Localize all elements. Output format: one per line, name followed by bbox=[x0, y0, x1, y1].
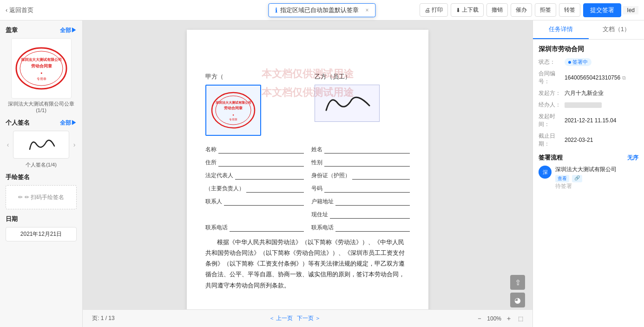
field-rep-line bbox=[235, 171, 304, 180]
operator-masked bbox=[565, 102, 602, 108]
sig-label: 个人签名(1/4) bbox=[0, 160, 82, 171]
download-icon: ⬇ bbox=[456, 7, 460, 13]
field-phone-left: 联系电话 bbox=[205, 223, 304, 232]
copy-icon[interactable]: ⧉ bbox=[622, 75, 626, 81]
scroll-top-button[interactable]: ⇧ bbox=[510, 275, 525, 290]
party-b-sig-svg bbox=[319, 89, 375, 117]
sig-flow-item: 深 深圳法大大测试有限公司 查看 🔗 待签署 bbox=[539, 166, 638, 190]
remind-button[interactable]: 催办 bbox=[511, 3, 532, 17]
personal-sig-all-link[interactable]: 全部▶ bbox=[60, 119, 77, 127]
field-gender: 性别 bbox=[311, 158, 410, 167]
zoom-in-button[interactable]: ＋ bbox=[504, 314, 513, 323]
detail-row-status: 状态： 签署中 bbox=[539, 58, 638, 66]
svg-text:●: ● bbox=[40, 71, 42, 74]
right-collapse-button[interactable]: › bbox=[532, 166, 533, 182]
party-a-stamp-box[interactable]: 深圳法大大测试有限公司 劳动合同章 ● 专用章 bbox=[205, 85, 261, 136]
sig-flow-link-tag[interactable]: 🔗 bbox=[572, 175, 582, 182]
party-a: 甲方（ 深圳法大大测试有限公司 劳动合同章 ● 专用章 bbox=[205, 73, 301, 136]
field-rep: 法定代表人 bbox=[205, 171, 304, 180]
detail-row-deadline: 截止日期： 2022-03-21 bbox=[539, 132, 638, 148]
party-a-label: 甲方（ bbox=[205, 73, 301, 81]
party-b-sig-box[interactable] bbox=[315, 85, 380, 122]
field-idno-line bbox=[324, 184, 410, 193]
svg-text:专用章: 专用章 bbox=[36, 77, 46, 81]
handwrite-section: ✏ ✏ 扫码手绘签名 bbox=[0, 183, 82, 213]
form-col-empty bbox=[205, 210, 304, 219]
form-col-gender-right: 性别 bbox=[311, 158, 410, 167]
svg-text:劳动合同章: 劳动合同章 bbox=[31, 63, 52, 68]
form-row-6: 现住址 bbox=[205, 210, 410, 219]
field-huji-line bbox=[335, 197, 410, 206]
stamp-image-wrap[interactable]: 深圳法大大测试有限公司 劳动合同章 ● 专用章 bbox=[11, 38, 72, 99]
form-col-phone-right: 联系电话 bbox=[311, 223, 410, 232]
signature-flow-section: 签署流程 无序 深 深圳法大大测试有限公司 查看 🔗 待签署 bbox=[539, 153, 638, 190]
revoke-button[interactable]: 撤销 bbox=[486, 3, 508, 17]
svg-text:深圳法大大测试有限公司: 深圳法大大测试有限公司 bbox=[21, 58, 62, 62]
submit-sign-button[interactable]: 提交签署 bbox=[583, 3, 621, 17]
sig-prev-button[interactable]: ‹ bbox=[4, 140, 12, 149]
svg-text:专用章: 专用章 bbox=[229, 118, 237, 121]
contract-title: 深圳市劳动合同 bbox=[539, 45, 638, 53]
form-col-name-left: 名称 bbox=[205, 145, 304, 153]
svg-point-0 bbox=[16, 48, 66, 89]
left-panel: ‹ 盖章 全部▶ 深圳法大大测试有限公司 劳动合同章 ● 专用章 深圳法大大测试… bbox=[0, 20, 83, 327]
field-phone-right: 联系电话 bbox=[311, 223, 410, 232]
document-area: 本文档仅供测试用途 本文档仅供测试用途 甲方（ 深圳法大大测试有限公 bbox=[83, 20, 532, 327]
toast-area: ℹ 指定区域已自动加盖默认签章 × bbox=[268, 3, 375, 17]
form-col-id: 身份证（护照） bbox=[311, 171, 410, 180]
initiator-key: 发起方： bbox=[539, 89, 565, 97]
form-col-phone-left: 联系电话 bbox=[205, 223, 304, 232]
form-col-name-right: 姓名 bbox=[311, 145, 410, 153]
sig-flow-view-tag[interactable]: 查看 bbox=[555, 175, 569, 182]
right-tabs: 任务详情 文档（1） bbox=[533, 20, 644, 40]
transfer-button[interactable]: 转签 bbox=[559, 3, 580, 17]
zoom-controls: － 100% ＋ ⬚ bbox=[475, 314, 523, 323]
info-icon: ℹ bbox=[275, 7, 277, 14]
form-col-huji: 户籍地址 bbox=[311, 197, 410, 206]
form-col-rep: 法定代表人 bbox=[205, 171, 304, 180]
document-scroll[interactable]: 本文档仅供测试用途 本文档仅供测试用途 甲方（ 深圳法大大测试有限公 bbox=[83, 20, 532, 309]
detail-row-initiator: 发起方： 六月十九新企业 bbox=[539, 89, 638, 97]
sig-next-button[interactable]: › bbox=[70, 140, 79, 149]
svg-text:劳动合同章: 劳动合同章 bbox=[224, 106, 243, 110]
prev-page-button[interactable]: ＜ 上一页 bbox=[269, 314, 293, 322]
send-time-val: 2021-12-21 11.15.04 bbox=[565, 113, 638, 128]
operator-key: 经办人： bbox=[539, 101, 565, 109]
svg-point-6 bbox=[212, 93, 255, 128]
tab-task-detail[interactable]: 任务详情 bbox=[533, 20, 589, 39]
handwrite-label: 手绘签名 bbox=[6, 173, 30, 181]
initiator-val: 六月十九新企业 bbox=[565, 89, 638, 97]
print-button[interactable]: 🖨 打印 bbox=[420, 3, 448, 17]
sig-flow-order-link[interactable]: 无序 bbox=[627, 154, 638, 162]
zoom-out-button[interactable]: － bbox=[475, 314, 484, 323]
sig-flow-info: 深圳法大大测试有限公司 查看 🔗 待签署 bbox=[555, 166, 638, 190]
operator-val bbox=[565, 101, 638, 109]
stamp-all-link[interactable]: 全部▶ bbox=[60, 27, 77, 34]
stamp-section-header: 盖章 全部▶ bbox=[0, 24, 82, 36]
reject-button[interactable]: 拒签 bbox=[535, 3, 556, 17]
scroll-bottom-button[interactable]: ◕ bbox=[510, 293, 525, 307]
date-header: 日期 bbox=[0, 213, 82, 225]
toast-close-button[interactable]: × bbox=[365, 7, 368, 13]
document-bottom-bar: 页: 1 / 13 ＜ 上一页 下一页 ＞ － 100% ＋ ⬚ bbox=[83, 309, 532, 327]
sig-image-wrap[interactable] bbox=[13, 131, 69, 159]
download-button[interactable]: ⬇ 上下载 bbox=[451, 3, 484, 17]
deadline-key: 截止日期： bbox=[539, 132, 565, 148]
sig-flow-avatar: 深 bbox=[539, 166, 552, 179]
toast-notification: ℹ 指定区域已自动加盖默认签章 × bbox=[268, 3, 375, 17]
pencil-icon: ✏ bbox=[18, 194, 23, 200]
form-row-4: （主要负责人） 号码 bbox=[205, 184, 410, 193]
detail-row-operator: 经办人： bbox=[539, 101, 638, 109]
handwrite-button[interactable]: ✏ ✏ 扫码手绘签名 bbox=[6, 185, 77, 209]
form-col-address-left: 住所 bbox=[205, 158, 304, 167]
sig-flow-header: 签署流程 无序 bbox=[539, 153, 638, 162]
tab-document[interactable]: 文档（1） bbox=[589, 20, 644, 39]
fit-screen-icon[interactable]: ⬚ bbox=[518, 315, 523, 322]
back-button[interactable]: ‹ 返回首页 bbox=[6, 6, 33, 14]
send-time-key: 发起时间： bbox=[539, 113, 565, 128]
party-a-stamp-svg: 深圳法大大测试有限公司 劳动合同章 ● 专用章 bbox=[210, 91, 256, 130]
field-name: 名称 bbox=[205, 145, 304, 153]
back-icon: ‹ bbox=[6, 7, 7, 13]
field-idno: 号码 bbox=[311, 184, 410, 193]
next-page-button[interactable]: 下一页 ＞ bbox=[297, 314, 321, 322]
